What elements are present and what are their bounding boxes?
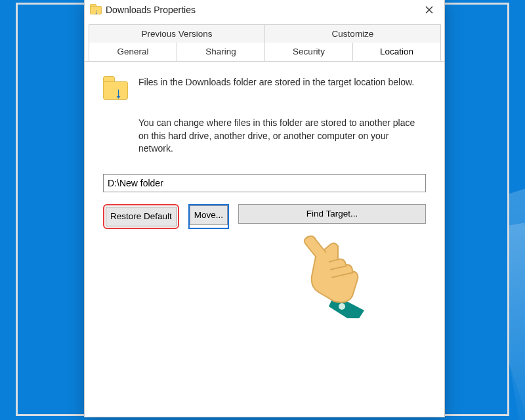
location-note-text: You can change where files in this folde…	[138, 117, 426, 156]
move-button[interactable]: Move...	[190, 205, 228, 225]
window-title: Downloads Properties	[106, 5, 196, 15]
tab-strip: Previous Versions Customize General Shar…	[85, 20, 444, 62]
location-tab-body: ↓ Files in the Downloads folder are stor…	[85, 62, 444, 243]
svg-marker-2	[329, 295, 364, 318]
tab-customize[interactable]: Customize	[264, 24, 441, 43]
location-path-input[interactable]	[103, 174, 426, 192]
tab-location[interactable]: Location	[352, 43, 441, 61]
properties-dialog: ↓ Downloads Properties Previous Versions…	[84, 0, 445, 417]
close-icon	[425, 6, 433, 14]
location-buttons: Restore Default Move... Find Target...	[103, 204, 426, 229]
tab-sharing[interactable]: Sharing	[177, 43, 265, 61]
windows-desktop: ↓ Downloads Properties Previous Versions…	[0, 0, 525, 420]
svg-point-3	[339, 303, 345, 310]
pointing-hand-icon	[296, 233, 375, 318]
tab-security[interactable]: Security	[264, 43, 353, 61]
find-target-button[interactable]: Find Target...	[238, 204, 426, 224]
titlebar: ↓ Downloads Properties	[85, 0, 444, 20]
close-button[interactable]	[414, 0, 444, 20]
downloads-folder-large-icon: ↓	[103, 76, 129, 100]
downloads-folder-icon: ↓	[90, 4, 102, 16]
location-intro-text: Files in the Downloads folder are stored…	[138, 76, 414, 89]
restore-default-button[interactable]: Restore Default	[106, 207, 177, 226]
tab-previous-versions[interactable]: Previous Versions	[89, 24, 265, 43]
tab-general[interactable]: General	[89, 43, 177, 61]
highlight-move: Move...	[188, 204, 229, 229]
highlight-restore-default: Restore Default	[103, 204, 179, 229]
